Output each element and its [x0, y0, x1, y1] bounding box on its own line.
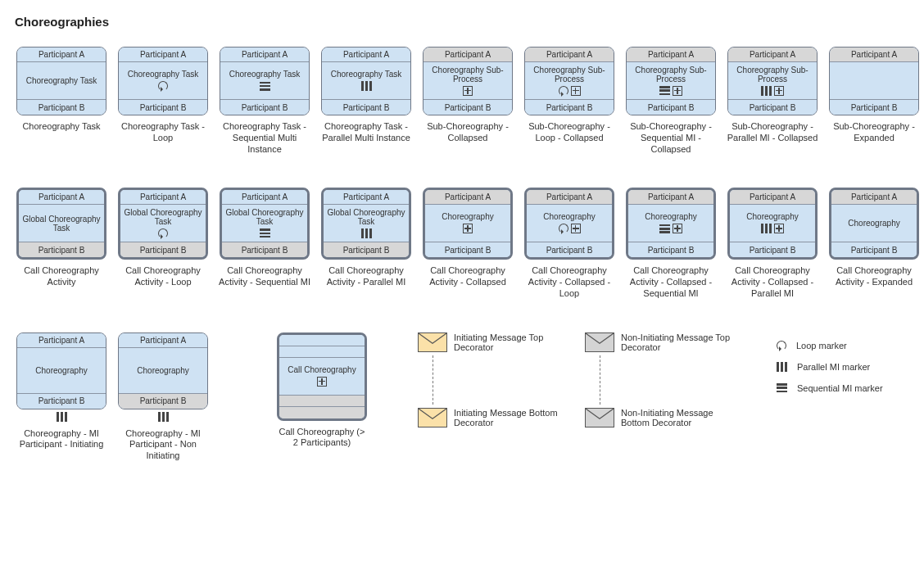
call-choreography-activity-seq-mi: Participant A Global Choreography Task P…	[218, 188, 311, 299]
collapsed-marker-icon	[673, 224, 682, 233]
sub-choreography-expanded: Participant A Participant B Sub-Choreogr…	[827, 47, 921, 155]
collapsed-marker-icon	[774, 86, 784, 96]
call-choreography-activity-par-mi: Participant A Global Choreography Task P…	[319, 188, 413, 299]
envelope-non-initiating-icon	[585, 408, 614, 427]
loop-marker-icon	[559, 86, 568, 96]
sub-choreography-par-mi-collapsed: Participant A Choreography Sub-Process P…	[726, 47, 819, 155]
parallel-mi-marker-icon	[361, 81, 372, 91]
sub-choreography-seq-mi-collapsed: Participant A Choreography Sub-Process P…	[624, 47, 718, 155]
row-misc: Participant A Choreography Participant B…	[15, 332, 909, 462]
loop-marker-icon	[559, 224, 568, 233]
row-choreography-tasks: Participant A Choreography Task Particip…	[15, 47, 909, 155]
collapsed-marker-icon	[774, 224, 784, 233]
caption: Choreography Task	[15, 121, 108, 133]
envelope-non-initiating-icon	[585, 332, 614, 352]
legend-loop: Loop marker	[777, 341, 883, 351]
call-choreography-activity-expanded: Participant A Choreography Participant B…	[827, 188, 921, 299]
collapsed-marker-icon	[317, 377, 327, 387]
parallel-mi-marker-icon	[761, 86, 772, 96]
choreography-task: Participant A Choreography Task Particip…	[15, 47, 108, 155]
call-choreography-multi-participant: Call Choreography Call Choreography (> 2…	[275, 332, 369, 450]
parallel-mi-marker-icon	[761, 224, 772, 233]
choreography-task-parallel-mi: Participant A Choreography Task Particip…	[319, 47, 413, 155]
collapsed-marker-icon	[673, 86, 682, 96]
sub-choreography-loop-collapsed: Participant A Choreography Sub-Process P…	[523, 47, 616, 155]
loop-marker-icon	[158, 228, 168, 238]
parallel-mi-marker-icon	[158, 412, 169, 422]
dashed-connector	[600, 355, 600, 405]
loop-marker-icon	[158, 81, 168, 91]
legend-parallel-mi: Parallel MI marker	[777, 362, 883, 372]
participant-b-band: Participant B	[17, 100, 106, 115]
collapsed-marker-icon	[463, 224, 473, 233]
sequential-mi-marker-icon	[260, 82, 270, 91]
sequential-mi-marker-icon	[659, 224, 670, 233]
call-choreography-activity-loop: Participant A Global Choreography Task P…	[116, 188, 210, 299]
non-initiating-message-decorators: Non-Initiating Message Top Decorator Non…	[585, 332, 744, 427]
choreography-mi-participant-initiating: Participant A Choreography Participant B…	[15, 332, 108, 451]
call-choreography-activity-collapsed-loop: Participant A Choreography Participant B…	[523, 188, 616, 299]
call-choreography-activity-collapsed: Participant A Choreography Participant B…	[421, 188, 514, 299]
call-choreography-activity: Participant A Global Choreography Task P…	[15, 188, 108, 299]
participant-a-band: Participant A	[17, 47, 106, 62]
collapsed-marker-icon	[571, 86, 581, 96]
choreography-mi-participant-non-initiating: Participant A Choreography Participant B…	[116, 332, 210, 462]
envelope-initiating-icon	[418, 408, 447, 427]
page-title: Choreographies	[15, 15, 909, 29]
dashed-connector	[433, 355, 433, 405]
collapsed-marker-icon	[571, 224, 581, 233]
row-call-choreography: Participant A Global Choreography Task P…	[15, 188, 909, 299]
parallel-mi-marker-icon	[777, 362, 787, 372]
marker-legend: Loop marker Parallel MI marker Sequentia…	[777, 341, 883, 393]
sequential-mi-marker-icon	[659, 86, 670, 95]
choreography-task-sequential-mi: Participant A Choreography Task Particip…	[218, 47, 311, 155]
task-body: Choreography Task	[17, 62, 106, 100]
sub-choreography-collapsed: Participant A Choreography Sub-Process P…	[421, 47, 514, 155]
collapsed-marker-icon	[463, 86, 473, 96]
sequential-mi-marker-icon	[777, 383, 787, 392]
choreography-task-loop: Participant A Choreography Task Particip…	[116, 47, 210, 155]
call-choreography-activity-collapsed-par-mi: Participant A Choreography Participant B…	[726, 188, 819, 299]
envelope-initiating-icon	[418, 332, 447, 352]
sequential-mi-marker-icon	[260, 228, 270, 237]
legend-sequential-mi: Sequential MI marker	[777, 383, 883, 393]
initiating-message-decorators: Initiating Message Top Decorator Initiat…	[418, 332, 560, 427]
parallel-mi-marker-icon	[361, 228, 372, 238]
parallel-mi-marker-icon	[57, 412, 67, 422]
loop-marker-icon	[777, 341, 786, 351]
call-choreography-activity-collapsed-seq-mi: Participant A Choreography Participant B…	[624, 188, 718, 299]
